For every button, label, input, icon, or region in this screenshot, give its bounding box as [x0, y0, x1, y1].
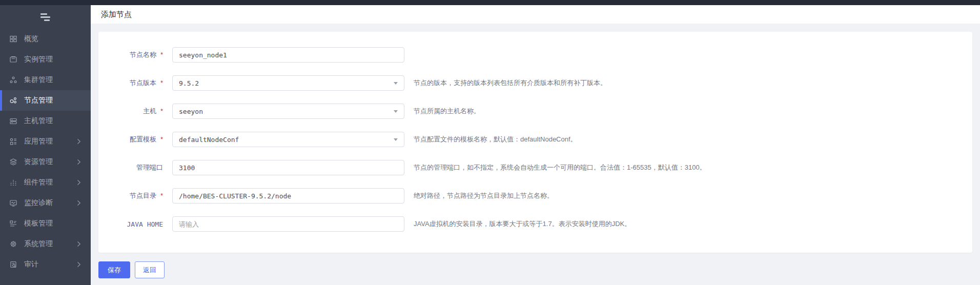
resource-icon [9, 158, 17, 166]
sidebar-item-label: 模板管理 [24, 219, 53, 228]
chevron-right-icon [77, 200, 81, 206]
sidebar-item-overview[interactable]: 概览 [0, 29, 91, 49]
host-icon [9, 117, 17, 125]
field-help-text: 节点的版本，支持的版本列表包括所有介质版本和所有补丁版本。 [414, 78, 607, 88]
node-version-select[interactable]: 9.5.2 [172, 75, 404, 91]
field-help-text: 节点的管理端口，如不指定，系统会自动生成一个可用的端口。合法值：1-65535，… [414, 163, 706, 172]
cluster-icon [9, 76, 17, 84]
hamburger-icon [40, 16, 50, 18]
form-actions: 保存 返回 [98, 261, 165, 278]
chevron-right-icon [77, 241, 81, 247]
field-label-node-name: 节点名称* [98, 50, 163, 59]
host-select[interactable]: seeyon [172, 104, 404, 119]
template-icon [9, 219, 17, 228]
java-home-input[interactable] [172, 216, 404, 232]
field-label-text: 主机 [143, 107, 156, 115]
field-label-text: 配置模板 [130, 135, 156, 143]
sidebar-item-label: 资源管理 [24, 157, 53, 167]
system-icon [9, 240, 17, 248]
sidebar-item-audit[interactable]: 审计 [0, 254, 91, 275]
app-icon [9, 137, 17, 146]
field-control-node-version: 9.5.2 [172, 75, 404, 91]
field-label-text: 节点目录 [130, 192, 156, 199]
sidebar-item-system[interactable]: 系统管理 [0, 234, 91, 254]
field-control-java-home [172, 216, 404, 232]
field-help-text: 节点配置文件的模板名称，默认值：defaultNodeConf。 [414, 135, 577, 144]
audit-icon [9, 260, 17, 269]
sidebar-item-label: 组件管理 [24, 178, 53, 187]
sidebar-item-components[interactable]: 组件管理 [0, 172, 91, 193]
field-control-node-dir [172, 188, 404, 203]
overview-icon [9, 35, 17, 43]
field-label-node-dir: 节点目录* [98, 191, 163, 200]
field-control-admin-port [172, 160, 404, 175]
chevron-right-icon [77, 159, 81, 165]
chevron-right-icon [77, 179, 81, 186]
form-row-config-template: 配置模板*defaultNodeConf节点配置文件的模板名称，默认值：defa… [98, 132, 972, 147]
field-label-config-template: 配置模板* [98, 135, 163, 144]
field-help-text: 绝对路径，节点路径为节点目录加上节点名称。 [414, 191, 554, 200]
field-label-text: 管理端口 [136, 164, 163, 171]
form-row-node-version: 节点版本*9.5.2节点的版本，支持的版本列表包括所有介质版本和所有补丁版本。 [98, 75, 972, 91]
field-label-node-version: 节点版本* [98, 78, 163, 88]
select-value: seeyon [179, 108, 203, 115]
field-control-config-template: defaultNodeConf [172, 132, 404, 147]
sidebar-item-label: 应用管理 [24, 137, 53, 146]
main-content: 节点名称*节点版本*9.5.2节点的版本，支持的版本列表包括所有介质版本和所有补… [91, 24, 980, 285]
sidebar-item-label: 系统管理 [24, 239, 53, 249]
sidebar-item-apps[interactable]: 应用管理 [0, 131, 91, 152]
top-window-bar [0, 0, 980, 5]
hamburger-icon [40, 13, 47, 15]
sidebar-item-nodes[interactable]: 节点管理 [0, 90, 91, 111]
required-asterisk: * [160, 135, 163, 143]
dropdown-arrow-icon [394, 138, 398, 141]
collapse-sidebar-button[interactable] [0, 5, 91, 29]
save-button[interactable]: 保存 [98, 261, 130, 278]
page-header: 添加节点 [91, 5, 980, 24]
select-value: defaultNodeConf [179, 136, 239, 144]
component-icon [9, 178, 17, 187]
field-label-java-home: JAVA HOME [98, 220, 163, 228]
config-template-select[interactable]: defaultNodeConf [172, 132, 404, 147]
instance-icon [9, 55, 17, 64]
sidebar-item-hosts[interactable]: 主机管理 [0, 111, 91, 131]
required-asterisk: * [160, 107, 163, 115]
add-node-form: 节点名称*节点版本*9.5.2节点的版本，支持的版本列表包括所有介质版本和所有补… [98, 47, 972, 232]
sidebar-item-label: 节点管理 [24, 96, 53, 105]
field-help-text: 节点所属的主机名称。 [414, 107, 480, 116]
node-name-input[interactable] [172, 47, 404, 63]
sidebar-item-monitor[interactable]: 监控诊断 [0, 193, 91, 213]
form-row-admin-port: 管理端口节点的管理端口，如不指定，系统会自动生成一个可用的端口。合法值：1-65… [98, 160, 972, 175]
field-control-node-name [172, 47, 404, 63]
admin-port-input[interactable] [172, 160, 404, 175]
field-label-host: 主机* [98, 107, 163, 116]
page-title: 添加节点 [101, 10, 132, 19]
node-dir-input[interactable] [172, 188, 404, 203]
required-asterisk: * [160, 79, 163, 87]
sidebar-item-label: 主机管理 [24, 116, 53, 126]
form-row-node-dir: 节点目录*绝对路径，节点路径为节点目录加上节点名称。 [98, 188, 972, 203]
back-button[interactable]: 返回 [135, 261, 165, 278]
sidebar-item-label: 审计 [24, 260, 38, 269]
required-asterisk: * [160, 192, 163, 199]
form-row-java-home: JAVA HOMEJAVA虚拟机的安装目录，版本要大于或等于1.7。表示安装时使… [98, 216, 972, 232]
node-icon [9, 96, 17, 105]
field-label-text: 节点版本 [130, 79, 156, 87]
sidebar-item-instances[interactable]: 实例管理 [0, 49, 91, 70]
sidebar-item-label: 概览 [24, 34, 38, 44]
field-label-text: JAVA HOME [127, 220, 163, 228]
form-row-host: 主机*seeyon节点所属的主机名称。 [98, 104, 972, 119]
required-asterisk: * [160, 51, 163, 58]
sidebar-item-templates[interactable]: 模板管理 [0, 213, 91, 234]
sidebar-menu: 概览实例管理集群管理节点管理主机管理应用管理资源管理组件管理监控诊断模板管理系统… [0, 29, 91, 275]
field-control-host: seeyon [172, 104, 404, 119]
hamburger-icon [44, 19, 50, 21]
sidebar-item-resources[interactable]: 资源管理 [0, 152, 91, 172]
chevron-right-icon [77, 138, 81, 145]
field-help-text: JAVA虚拟机的安装目录，版本要大于或等于1.7。表示安装时使用的JDK。 [414, 219, 631, 229]
sidebar-item-clusters[interactable]: 集群管理 [0, 70, 91, 90]
field-label-admin-port: 管理端口 [98, 163, 163, 172]
form-row-node-name: 节点名称* [98, 47, 972, 63]
form-card: 节点名称*节点版本*9.5.2节点的版本，支持的版本列表包括所有介质版本和所有补… [98, 32, 972, 253]
sidebar-item-label: 集群管理 [24, 75, 53, 85]
